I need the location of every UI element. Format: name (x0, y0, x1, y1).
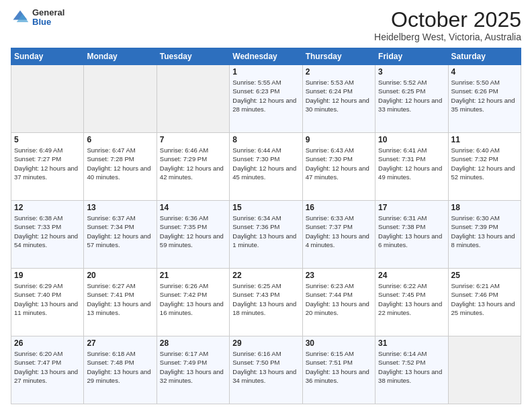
day-cell-1: 1Sunrise: 5:55 AMSunset: 6:23 PMDaylight… (230, 65, 302, 133)
day-cell-28: 28Sunrise: 6:17 AMSunset: 7:49 PMDayligh… (157, 336, 229, 404)
day-info: Sunrise: 5:53 AMSunset: 6:24 PMDaylight:… (306, 78, 372, 113)
day-number: 29 (232, 338, 299, 348)
day-cell-17: 17Sunrise: 6:31 AMSunset: 7:38 PMDayligh… (375, 201, 448, 269)
day-cell-16: 16Sunrise: 6:33 AMSunset: 7:37 PMDayligh… (302, 201, 375, 269)
day-info: Sunrise: 6:14 AMSunset: 7:52 PMDaylight:… (378, 349, 445, 385)
week-row-4: 19Sunrise: 6:29 AMSunset: 7:40 PMDayligh… (11, 269, 521, 336)
weekday-friday: Friday (375, 48, 448, 65)
weekday-monday: Monday (84, 48, 157, 65)
day-info: Sunrise: 6:38 AMSunset: 7:33 PMDaylight:… (14, 214, 81, 249)
day-cell-21: 21Sunrise: 6:26 AMSunset: 7:42 PMDayligh… (157, 269, 229, 336)
day-info: Sunrise: 6:16 AMSunset: 7:50 PMDaylight:… (232, 349, 299, 385)
day-info: Sunrise: 6:41 AMSunset: 7:31 PMDaylight:… (378, 146, 445, 181)
day-number: 1 (232, 67, 299, 77)
day-info: Sunrise: 6:26 AMSunset: 7:42 PMDaylight:… (160, 281, 226, 317)
day-number: 28 (160, 338, 226, 348)
day-number: 20 (87, 271, 153, 280)
weekday-tuesday: Tuesday (157, 48, 229, 65)
day-number: 16 (306, 203, 372, 212)
day-info: Sunrise: 6:17 AMSunset: 7:49 PMDaylight:… (160, 349, 226, 385)
day-number: 7 (160, 135, 226, 144)
month-title: October 2025 (374, 8, 521, 32)
day-cell-15: 15Sunrise: 6:34 AMSunset: 7:36 PMDayligh… (230, 201, 302, 269)
day-cell-4: 4Sunrise: 5:50 AMSunset: 6:26 PMDaylight… (448, 65, 521, 133)
day-info: Sunrise: 6:31 AMSunset: 7:38 PMDaylight:… (378, 214, 445, 249)
day-cell-25: 25Sunrise: 6:21 AMSunset: 7:46 PMDayligh… (448, 269, 521, 336)
day-number: 23 (306, 271, 372, 280)
day-number: 13 (87, 203, 153, 212)
day-number: 30 (306, 338, 372, 348)
day-info: Sunrise: 6:20 AMSunset: 7:47 PMDaylight:… (14, 349, 81, 385)
logo-text: General Blue (32, 8, 64, 28)
day-number: 3 (378, 67, 445, 77)
day-cell-2: 2Sunrise: 5:53 AMSunset: 6:24 PMDaylight… (302, 65, 375, 133)
day-info: Sunrise: 6:40 AMSunset: 7:32 PMDaylight:… (451, 146, 518, 181)
day-info: Sunrise: 5:50 AMSunset: 6:26 PMDaylight:… (451, 78, 518, 113)
day-number: 24 (378, 271, 445, 280)
header: General Blue October 2025 Heidelberg Wes… (11, 8, 521, 42)
day-cell-13: 13Sunrise: 6:37 AMSunset: 7:34 PMDayligh… (84, 201, 157, 269)
day-cell-3: 3Sunrise: 5:52 AMSunset: 6:25 PMDaylight… (375, 65, 448, 133)
day-cell-29: 29Sunrise: 6:16 AMSunset: 7:50 PMDayligh… (230, 336, 302, 404)
day-cell-12: 12Sunrise: 6:38 AMSunset: 7:33 PMDayligh… (11, 201, 84, 269)
day-number: 11 (451, 135, 518, 144)
weekday-saturday: Saturday (448, 48, 521, 65)
calendar-table: SundayMondayTuesdayWednesdayThursdayFrid… (11, 48, 521, 404)
day-cell-27: 27Sunrise: 6:18 AMSunset: 7:48 PMDayligh… (84, 336, 157, 404)
title-block: October 2025 Heidelberg West, Victoria, … (374, 8, 521, 42)
day-cell-31: 31Sunrise: 6:14 AMSunset: 7:52 PMDayligh… (375, 336, 448, 404)
day-info: Sunrise: 6:25 AMSunset: 7:43 PMDaylight:… (232, 281, 299, 317)
day-cell-14: 14Sunrise: 6:36 AMSunset: 7:35 PMDayligh… (157, 201, 229, 269)
location: Heidelberg West, Victoria, Australia (374, 32, 521, 42)
day-info: Sunrise: 5:55 AMSunset: 6:23 PMDaylight:… (232, 78, 299, 113)
day-number: 12 (14, 203, 81, 212)
day-info: Sunrise: 6:44 AMSunset: 7:30 PMDaylight:… (232, 146, 299, 181)
day-info: Sunrise: 6:49 AMSunset: 7:27 PMDaylight:… (14, 146, 81, 181)
day-number: 31 (378, 338, 445, 348)
day-info: Sunrise: 6:46 AMSunset: 7:29 PMDaylight:… (160, 146, 226, 181)
day-cell-24: 24Sunrise: 6:22 AMSunset: 7:45 PMDayligh… (375, 269, 448, 336)
day-cell-23: 23Sunrise: 6:23 AMSunset: 7:44 PMDayligh… (302, 269, 375, 336)
day-cell-26: 26Sunrise: 6:20 AMSunset: 7:47 PMDayligh… (11, 336, 84, 404)
logo-icon (11, 8, 30, 27)
day-number: 8 (232, 135, 299, 144)
day-number: 27 (87, 338, 153, 348)
week-row-1: 1Sunrise: 5:55 AMSunset: 6:23 PMDaylight… (11, 65, 521, 133)
day-info: Sunrise: 6:18 AMSunset: 7:48 PMDaylight:… (87, 349, 153, 385)
day-info: Sunrise: 5:52 AMSunset: 6:25 PMDaylight:… (378, 78, 445, 113)
day-number: 25 (451, 271, 518, 280)
day-number: 15 (232, 203, 299, 212)
day-number: 2 (306, 67, 372, 77)
day-cell-9: 9Sunrise: 6:43 AMSunset: 7:30 PMDaylight… (302, 133, 375, 201)
day-number: 14 (160, 203, 226, 212)
day-info: Sunrise: 6:36 AMSunset: 7:35 PMDaylight:… (160, 214, 226, 249)
day-info: Sunrise: 6:27 AMSunset: 7:41 PMDaylight:… (87, 281, 153, 317)
day-number: 17 (378, 203, 445, 212)
week-row-2: 5Sunrise: 6:49 AMSunset: 7:27 PMDaylight… (11, 133, 521, 201)
logo-general: General (32, 8, 64, 17)
day-number: 21 (160, 271, 226, 280)
day-info: Sunrise: 6:21 AMSunset: 7:46 PMDaylight:… (451, 281, 518, 317)
day-cell-7: 7Sunrise: 6:46 AMSunset: 7:29 PMDaylight… (157, 133, 229, 201)
day-cell-18: 18Sunrise: 6:30 AMSunset: 7:39 PMDayligh… (448, 201, 521, 269)
week-row-3: 12Sunrise: 6:38 AMSunset: 7:33 PMDayligh… (11, 201, 521, 269)
day-cell-empty (448, 336, 521, 404)
day-cell-30: 30Sunrise: 6:15 AMSunset: 7:51 PMDayligh… (302, 336, 375, 404)
day-cell-11: 11Sunrise: 6:40 AMSunset: 7:32 PMDayligh… (448, 133, 521, 201)
day-info: Sunrise: 6:15 AMSunset: 7:51 PMDaylight:… (306, 349, 372, 385)
weekday-wednesday: Wednesday (230, 48, 302, 65)
day-cell-22: 22Sunrise: 6:25 AMSunset: 7:43 PMDayligh… (230, 269, 302, 336)
weekday-header-row: SundayMondayTuesdayWednesdayThursdayFrid… (11, 48, 521, 65)
day-cell-empty (84, 65, 157, 133)
weekday-thursday: Thursday (302, 48, 375, 65)
day-cell-6: 6Sunrise: 6:47 AMSunset: 7:28 PMDaylight… (84, 133, 157, 201)
day-number: 19 (14, 271, 81, 280)
day-info: Sunrise: 6:22 AMSunset: 7:45 PMDaylight:… (378, 281, 445, 317)
day-info: Sunrise: 6:34 AMSunset: 7:36 PMDaylight:… (232, 214, 299, 249)
day-info: Sunrise: 6:37 AMSunset: 7:34 PMDaylight:… (87, 214, 153, 249)
day-cell-empty (157, 65, 229, 133)
day-number: 22 (232, 271, 299, 280)
weekday-sunday: Sunday (11, 48, 84, 65)
day-number: 5 (14, 135, 81, 144)
day-cell-19: 19Sunrise: 6:29 AMSunset: 7:40 PMDayligh… (11, 269, 84, 336)
